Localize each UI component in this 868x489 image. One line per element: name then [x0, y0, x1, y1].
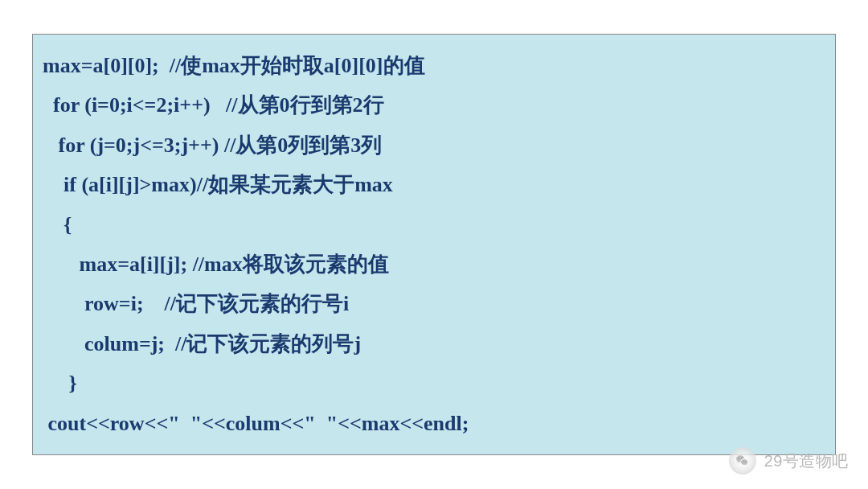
code-block: max=a[0][0]; //使max开始时取a[0][0]的值 for (i=…	[32, 34, 836, 455]
code-line: }	[43, 364, 829, 403]
code-line: max=a[0][0]; //使max开始时取a[0][0]的值	[43, 46, 829, 85]
code-line: for (j=0;j<=3;j++) //从第0列到第3列	[43, 125, 829, 165]
code-line: {	[43, 205, 829, 244]
code-line: max=a[i][j]; //max将取该元素的值	[43, 244, 829, 284]
wechat-icon	[729, 447, 756, 475]
watermark-text: 29号造物吧	[764, 450, 849, 472]
svg-point-3	[745, 461, 746, 462]
code-line: for (i=0;i<=2;i++) //从第0行到第2行	[43, 85, 829, 125]
svg-point-1	[741, 458, 743, 459]
code-line: cout<<row<<" "<<colum<<" "<<max<<endl;	[43, 404, 829, 443]
watermark: 29号造物吧	[729, 447, 849, 475]
svg-point-2	[743, 461, 743, 462]
code-line: row=i; //记下该元素的行号i	[43, 284, 829, 323]
code-line: if (a[i][j]>max)//如果某元素大于max	[43, 165, 829, 204]
svg-point-0	[738, 458, 739, 459]
code-line: colum=j; //记下该元素的列号j	[43, 324, 829, 364]
